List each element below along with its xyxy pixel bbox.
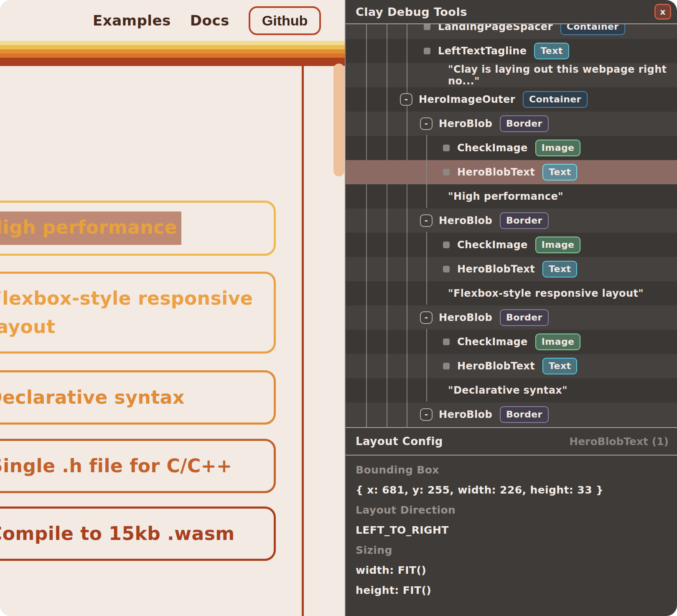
element-type-badge: Text — [542, 261, 577, 277]
close-button[interactable]: x — [654, 4, 671, 20]
accent-stripe — [0, 53, 346, 58]
tree-string-row: "High performance" — [346, 184, 677, 209]
tree-row[interactable]: CheckImageImage — [346, 330, 677, 354]
element-type-badge: Image — [535, 140, 581, 156]
node-label: CheckImage — [457, 239, 528, 251]
collapse-button[interactable]: - — [420, 408, 433, 421]
tree-row[interactable]: HeroBlobTextText — [346, 354, 677, 378]
nav-link-docs[interactable]: Docs — [190, 12, 229, 29]
element-type-badge: Image — [535, 333, 581, 350]
hero-blob-box: Single .h file for C/C++ — [0, 439, 276, 493]
node-label: HeroBlob — [439, 409, 492, 420]
tree-row[interactable]: HeroBlobTextText — [346, 160, 677, 184]
tree-row[interactable]: -HeroBlobBorder — [346, 305, 677, 330]
leaf-bullet-icon — [443, 266, 450, 272]
element-type-badge: Container — [523, 91, 588, 108]
clay-debug-panel: Clay Debug Tools x LandingPageSpacerCont… — [345, 0, 677, 616]
layout-config-title: Layout Config — [356, 435, 443, 448]
config-line: height: FIT() — [356, 580, 677, 600]
tree-string-row: "Declarative syntax" — [346, 378, 677, 402]
leaf-bullet-icon — [424, 24, 430, 30]
element-type-badge: Border — [500, 115, 549, 132]
config-field-value: width: FIT() — [356, 564, 426, 576]
element-type-badge: Text — [542, 358, 577, 374]
tree-row[interactable]: LeftTextTaglineText — [346, 39, 677, 63]
collapse-button[interactable]: - — [420, 214, 433, 227]
config-line: width: FIT() — [356, 560, 677, 580]
hero-blob-box: Flexbox-style responsive layout — [0, 272, 276, 354]
node-label: HeroBlob — [439, 118, 492, 130]
element-type-badge: Text — [534, 43, 569, 59]
node-label: HeroBlob — [439, 312, 492, 323]
node-label: HeroBlobText — [457, 166, 535, 178]
selection-highlight: High performance — [0, 211, 181, 245]
tree-guide-line — [426, 135, 427, 208]
leaf-bullet-icon — [424, 48, 430, 54]
tree-string-row: "Flexbox-style responsive layout" — [346, 281, 677, 305]
top-navbar: Examples Docs Github — [0, 0, 346, 41]
tree-row[interactable]: -HeroImageOuterContainer — [346, 87, 677, 112]
leaf-bullet-icon — [443, 363, 450, 369]
tree-guide-line — [426, 232, 427, 305]
app-window: Examples Docs Github High performanceFle… — [0, 0, 677, 616]
debug-panel-header: Clay Debug Tools x — [346, 0, 677, 24]
config-field-label: Bounding Box — [356, 464, 439, 476]
tree-row[interactable]: -HeroBlobBorder — [346, 209, 677, 233]
node-label: HeroBlob — [439, 215, 492, 227]
close-icon: x — [660, 7, 666, 17]
hero-blob-box: High performance — [0, 201, 276, 256]
element-type-badge: Image — [535, 237, 581, 253]
tree-row[interactable]: -HeroBlobBorder — [346, 402, 677, 427]
node-label: HeroBlobText — [457, 360, 535, 372]
accent-stripe — [0, 58, 346, 66]
accent-stripe — [0, 45, 346, 49]
selected-element-label: HeroBlobText (1) — [569, 435, 669, 448]
element-type-badge: Container — [560, 24, 625, 35]
debug-panel-title: Clay Debug Tools — [356, 5, 467, 18]
hero-blob-text: Declarative syntax — [0, 383, 185, 412]
collapse-button[interactable]: - — [420, 117, 433, 130]
element-type-badge: Border — [500, 212, 549, 229]
config-field-label: Layout Direction — [356, 504, 456, 516]
accent-stripes — [0, 41, 346, 66]
hero-blob-text: Single .h file for C/C++ — [0, 452, 232, 480]
accent-stripe — [0, 49, 346, 53]
collapse-button[interactable]: - — [420, 311, 433, 324]
tree-row[interactable]: CheckImageImage — [346, 233, 677, 257]
scrollbar-thumb[interactable] — [333, 64, 344, 176]
element-type-badge: Border — [500, 309, 549, 326]
node-label: HeroImageOuter — [419, 94, 515, 105]
tree-row[interactable]: LandingPageSpacerContainer — [346, 24, 677, 39]
config-field-label: Sizing — [356, 544, 392, 556]
tree-row[interactable]: CheckImageImage — [346, 136, 677, 160]
leaf-bullet-icon — [443, 169, 450, 176]
config-line: Bounding Box — [356, 460, 677, 480]
github-button[interactable]: Github — [249, 6, 321, 35]
leaf-bullet-icon — [443, 242, 450, 248]
node-label: LandingPageSpacer — [438, 24, 553, 33]
tree-row[interactable]: HeroBlobTextText — [346, 257, 677, 281]
node-label: CheckImage — [457, 142, 528, 154]
config-field-value: height: FIT() — [356, 584, 431, 596]
node-label: LeftTextTagline — [438, 45, 527, 57]
tree-string-row: "Clay is laying out this webpage right n… — [346, 63, 677, 87]
layout-config-body: Bounding Box{ x: 681, y: 255, width: 226… — [346, 456, 677, 600]
element-tree: LandingPageSpacerContainerLeftTextTaglin… — [346, 24, 677, 427]
config-line: { x: 681, y: 255, width: 226, height: 33… — [356, 480, 677, 500]
hero-blob-text: Compile to 15kb .wasm — [0, 519, 235, 548]
config-line: Sizing — [356, 540, 677, 560]
collapse-button[interactable]: - — [400, 93, 412, 106]
config-line: LEFT_TO_RIGHT — [356, 520, 677, 540]
layout-config-section: Layout Config HeroBlobText (1) Bounding … — [346, 427, 677, 616]
hero-blob-box: Declarative syntax — [0, 370, 276, 425]
nav-link-examples[interactable]: Examples — [93, 12, 171, 29]
node-label: CheckImage — [457, 336, 528, 348]
accent-stripe — [0, 41, 346, 45]
tree-row[interactable]: -HeroBlobBorder — [346, 112, 677, 136]
node-label: HeroBlobText — [457, 263, 535, 275]
hero-blob-text: Flexbox-style responsive layout — [0, 284, 265, 341]
config-line: Layout Direction — [356, 500, 677, 520]
leaf-bullet-icon — [443, 339, 450, 345]
leaf-bullet-icon — [443, 145, 450, 151]
element-type-badge: Text — [542, 164, 577, 181]
